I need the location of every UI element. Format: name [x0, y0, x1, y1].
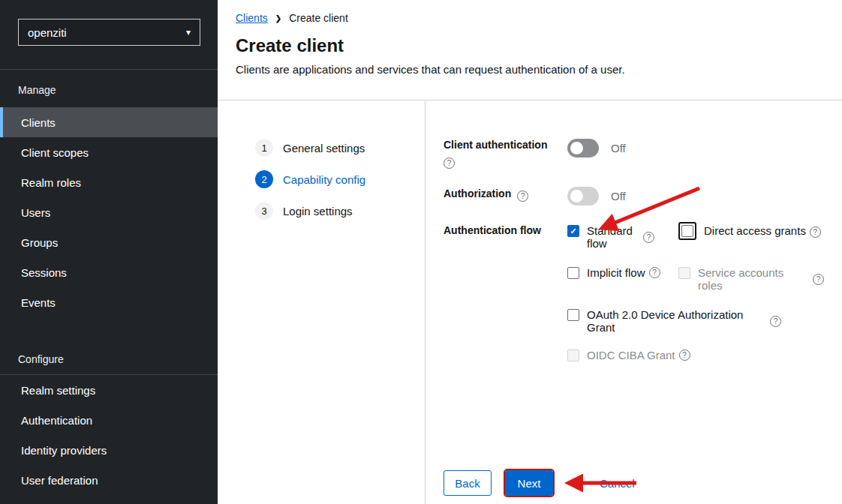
sidebar-item-clients[interactable]: Clients — [0, 107, 218, 137]
cancel-link[interactable]: Cancel — [600, 477, 635, 490]
sidebar-item-users[interactable]: Users — [0, 197, 218, 227]
breadcrumb: Clients ❯ Create client — [236, 12, 824, 24]
oauth-device-grant-checkbox[interactable] — [567, 309, 579, 321]
sidebar-item-user-federation[interactable]: User federation — [0, 465, 218, 495]
keycloak-admin-console: openziti ▾ Manage Clients Client scopes … — [0, 0, 842, 504]
breadcrumb-current: Create client — [289, 12, 348, 24]
oidc-ciba-grant-label: OIDC CIBA Grant — [587, 349, 675, 362]
direct-access-grants-label[interactable]: Direct access grants — [704, 224, 806, 237]
sidebar-item-sessions[interactable]: Sessions — [0, 257, 218, 287]
toggle-knob-icon — [570, 142, 583, 154]
sidebar-item-label: Client scopes — [21, 146, 89, 159]
sidebar-item-identity-providers[interactable]: Identity providers — [0, 435, 218, 465]
capability-config-form: Client authentication ? Off Authorizatio… — [426, 101, 842, 504]
service-accounts-roles-label: Service accounts roles — [698, 266, 809, 292]
wizard-content: 1 General settings 2 Capability config 3… — [218, 101, 842, 504]
sidebar-item-label: Authentication — [21, 414, 92, 427]
authorization-toggle — [567, 187, 599, 206]
realm-name: openziti — [28, 26, 186, 39]
authorization-label: Authorization — [444, 188, 511, 200]
step-label: Capability config — [283, 173, 365, 186]
sidebar-item-realm-roles[interactable]: Realm roles — [0, 167, 218, 197]
direct-access-grants-checkbox[interactable] — [681, 225, 693, 237]
sidebar-section-title-manage: Manage — [0, 70, 218, 107]
authentication-flow-label: Authentication flow — [444, 224, 567, 236]
client-authentication-row: Client authentication ? Off — [444, 139, 824, 169]
authorization-state: Off — [611, 187, 626, 206]
checkbox-focus-ring — [678, 222, 696, 240]
step-label: Login settings — [283, 205, 353, 218]
option-implicit-flow: Implicit flow ? — [567, 266, 678, 279]
toggle-knob-icon — [570, 190, 583, 202]
sidebar-item-label: Realm settings — [21, 384, 95, 397]
option-service-accounts-roles: Service accounts roles ? — [678, 266, 824, 292]
help-icon[interactable]: ? — [810, 226, 821, 238]
wizard-footer: Back Next Cancel — [444, 470, 635, 496]
step-label: General settings — [283, 142, 365, 154]
sidebar-item-label: Identity providers — [21, 444, 107, 457]
sidebar-item-events[interactable]: Events — [0, 287, 218, 317]
breadcrumb-separator-icon: ❯ — [275, 14, 281, 22]
wizard-step-capability-config[interactable]: 2 Capability config — [255, 170, 425, 188]
step-number-badge: 1 — [255, 139, 273, 157]
implicit-flow-checkbox[interactable] — [567, 267, 579, 279]
help-icon[interactable]: ? — [679, 350, 690, 361]
sidebar-item-client-scopes[interactable]: Client scopes — [0, 137, 218, 167]
main-area: Clients ❯ Create client Create client Cl… — [218, 0, 842, 504]
sidebar-item-label: Clients — [21, 116, 56, 129]
client-authentication-label: Client authentication — [444, 139, 567, 151]
help-icon[interactable]: ? — [813, 274, 824, 285]
client-authentication-label-col: Client authentication ? — [444, 139, 567, 169]
implicit-flow-label[interactable]: Implicit flow — [587, 266, 645, 279]
sidebar-item-authentication[interactable]: Authentication — [0, 405, 218, 435]
help-icon[interactable]: ? — [770, 316, 781, 327]
help-icon[interactable]: ? — [517, 190, 528, 202]
step-number-badge: 3 — [255, 202, 273, 220]
breadcrumb-link-clients[interactable]: Clients — [236, 12, 268, 24]
option-direct-access-grants: Direct access grants ? — [678, 224, 821, 240]
sidebar-item-realm-settings[interactable]: Realm settings — [0, 375, 218, 405]
standard-flow-checkbox[interactable]: ✓ — [567, 225, 579, 237]
checkmark-icon: ✓ — [570, 226, 576, 236]
wizard-step-general-settings[interactable]: 1 General settings — [255, 139, 425, 157]
sidebar-nav-manage: Clients Client scopes Realm roles Users … — [0, 107, 218, 317]
next-button[interactable]: Next — [505, 470, 553, 496]
sidebar: openziti ▾ Manage Clients Client scopes … — [0, 0, 218, 504]
client-authentication-state: Off — [611, 139, 626, 158]
sidebar-nav-configure: Realm settings Authentication Identity p… — [0, 375, 218, 495]
oauth-device-grant-label[interactable]: OAuth 2.0 Device Authorization Grant — [587, 308, 761, 334]
chevron-down-icon: ▾ — [186, 27, 191, 38]
standard-flow-label[interactable]: Standard flow — [587, 224, 639, 250]
authorization-row: Authorization? Off — [444, 187, 824, 206]
page-title: Create client — [236, 35, 824, 56]
authorization-label-col: Authorization? — [444, 187, 567, 202]
sidebar-item-label: Realm roles — [21, 176, 81, 189]
oidc-ciba-grant-checkbox — [567, 350, 579, 362]
page-header: Clients ❯ Create client Create client Cl… — [218, 0, 842, 100]
authentication-flow-row: Authentication flow ✓ Standard flow ? — [444, 224, 824, 362]
option-standard-flow: ✓ Standard flow ? — [567, 224, 678, 250]
option-oauth-device-grant: OAuth 2.0 Device Authorization Grant ? — [567, 308, 781, 334]
sidebar-item-label: Events — [21, 296, 56, 309]
wizard-steps-nav: 1 General settings 2 Capability config 3… — [218, 101, 426, 504]
sidebar-item-label: Users — [21, 206, 50, 219]
option-oidc-ciba-grant: OIDC CIBA Grant ? — [567, 349, 690, 362]
step-number-badge: 2 — [255, 170, 273, 188]
page-description: Clients are applications and services th… — [236, 63, 824, 76]
sidebar-item-groups[interactable]: Groups — [0, 227, 218, 257]
checkbox-grid-row: OIDC CIBA Grant ? — [567, 349, 824, 362]
sidebar-section-title-configure: Configure — [0, 317, 218, 375]
client-authentication-toggle[interactable] — [567, 139, 599, 158]
service-accounts-roles-checkbox — [678, 267, 690, 279]
checkbox-grid-row: OAuth 2.0 Device Authorization Grant ? — [567, 308, 824, 334]
sidebar-item-label: User federation — [21, 474, 98, 487]
sidebar-item-label: Sessions — [21, 266, 67, 279]
checkbox-grid-row: Implicit flow ? Service accounts roles ? — [567, 266, 824, 292]
realm-switcher[interactable]: openziti ▾ — [18, 19, 200, 46]
help-icon[interactable]: ? — [643, 232, 654, 243]
authentication-flow-options: ✓ Standard flow ? Direct access grants — [567, 224, 824, 362]
back-button[interactable]: Back — [444, 470, 492, 496]
wizard-step-login-settings[interactable]: 3 Login settings — [255, 202, 425, 220]
help-icon[interactable]: ? — [444, 158, 455, 169]
help-icon[interactable]: ? — [649, 267, 660, 278]
